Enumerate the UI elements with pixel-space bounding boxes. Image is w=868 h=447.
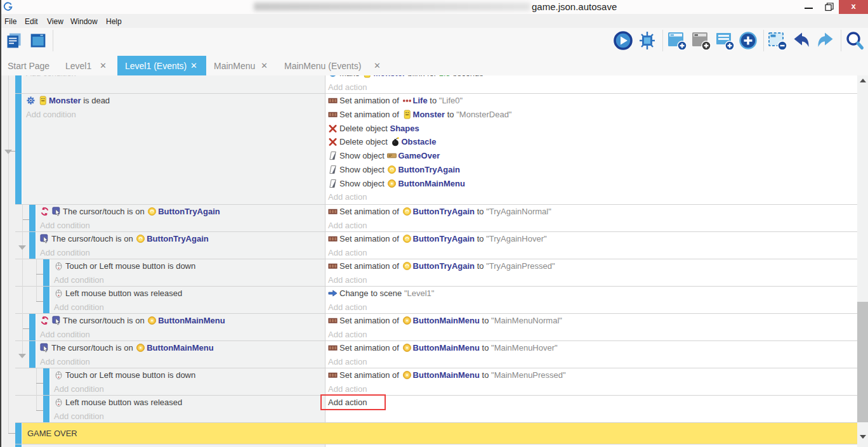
action-text[interactable]: Set animation of Life to "Life0" [326, 94, 857, 108]
add-action-button[interactable]: Add action [326, 246, 857, 260]
event-row[interactable]: The cursor/touch is on ButtonMainMenuAdd… [15, 314, 857, 341]
add-condition-button[interactable]: Add condition [22, 75, 325, 81]
action-text[interactable]: Show object ButtonMainMenu [326, 177, 857, 191]
action-text[interactable]: Set animation of ButtonTryAgain to "TryA… [326, 232, 857, 246]
conditions-cell[interactable]: Monster is deadAdd condition [22, 94, 325, 204]
add-condition-button[interactable]: Add condition [50, 273, 325, 287]
action-text[interactable]: Add action [326, 396, 857, 410]
condition-text[interactable]: Left mouse button was released [50, 287, 325, 301]
condition-text[interactable]: The cursor/touch is on ButtonMainMenu [36, 314, 325, 328]
tab-close-icon[interactable]: ✕ [374, 56, 381, 75]
tab-start-page[interactable]: Start Page [8, 56, 49, 75]
actions-cell[interactable]: Set animation of ButtonTryAgain to "TryA… [326, 259, 857, 286]
tab-close-icon[interactable]: ✕ [100, 56, 107, 75]
menu-edit[interactable]: Edit [25, 14, 38, 28]
actions-cell[interactable] [326, 444, 857, 447]
action-text[interactable]: Show object ButtonTryAgain [326, 163, 857, 177]
add-condition-button[interactable]: Add condition [22, 108, 325, 122]
debug-icon[interactable] [637, 30, 657, 51]
comment-row[interactable]: GAME OVER [15, 423, 857, 444]
action-text[interactable]: Make Monster blink for 1.5 seconds [326, 75, 857, 81]
actions-cell[interactable]: Set animation of Life to "Life0"Set anim… [326, 94, 857, 204]
add-subevent-icon[interactable] [691, 30, 711, 51]
redo-icon[interactable] [815, 30, 836, 51]
action-text[interactable]: Set animation of Monster to "MonsterDead… [326, 108, 857, 122]
event-row[interactable]: The cursor/touch is on ButtonTryAgainAdd… [15, 232, 857, 259]
project-window-icon[interactable] [29, 32, 47, 49]
add-event-icon[interactable] [667, 30, 687, 51]
condition-text[interactable]: Touch or Left mouse button is down [50, 368, 325, 382]
actions-cell[interactable]: Add action [326, 396, 857, 422]
maximize-button[interactable] [820, 0, 839, 14]
event-row[interactable]: Add conditionMake Monster blink for 1.5 … [15, 75, 857, 94]
menu-help[interactable]: Help [106, 14, 122, 28]
action-text[interactable]: Show object GameOver [326, 149, 857, 163]
collapse-arrow[interactable] [4, 150, 12, 154]
add-condition-button[interactable]: Add condition [36, 328, 325, 342]
condition-text[interactable]: The cursor/touch is on ButtonTryAgain [36, 232, 325, 246]
add-action-button[interactable]: Add action [326, 328, 857, 342]
tab-level1-events-[interactable]: Level1 (Events) [125, 56, 187, 75]
action-text[interactable]: Set animation of ButtonTryAgain to "TryA… [326, 259, 857, 273]
menu-file[interactable]: File [4, 14, 16, 28]
action-text[interactable]: Set animation of ButtonTryAgain to "TryA… [326, 205, 857, 219]
event-row[interactable] [15, 444, 857, 447]
event-row[interactable]: The cursor/touch is on ButtonTryAgainAdd… [15, 205, 857, 232]
condition-text[interactable]: The cursor/touch is on ButtonTryAgain [36, 205, 325, 219]
conditions-cell[interactable]: Left mouse button was releasedAdd condit… [49, 396, 325, 422]
conditions-cell[interactable]: The cursor/touch is on ButtonMainMenuAdd… [36, 341, 325, 368]
scroll-down-arrow-icon[interactable] [860, 435, 866, 439]
menu-window[interactable]: Window [70, 14, 98, 28]
add-action-button[interactable]: Add action [326, 301, 857, 314]
add-condition-button[interactable]: Add condition [36, 246, 325, 260]
conditions-cell[interactable]: The cursor/touch is on ButtonMainMenuAdd… [36, 314, 325, 340]
add-comment-icon[interactable] [714, 30, 735, 51]
scroll-up-arrow-icon[interactable] [860, 79, 866, 82]
conditions-cell[interactable]: Touch or Left mouse button is downAdd co… [49, 259, 325, 286]
undo-icon[interactable] [791, 30, 812, 51]
add-action-button[interactable]: Add action [326, 81, 857, 94]
condition-text[interactable]: Touch or Left mouse button is down [50, 259, 325, 273]
tab-mainmenu[interactable]: MainMenu [214, 56, 255, 75]
conditions-cell[interactable]: Touch or Left mouse button is downAdd co… [49, 368, 325, 395]
condition-text[interactable]: The cursor/touch is on ButtonMainMenu [36, 341, 325, 355]
actions-cell[interactable]: Set animation of ButtonMainMenu to "Main… [326, 314, 857, 340]
actions-cell[interactable]: Set animation of ButtonTryAgain to "TryA… [326, 232, 857, 259]
collapse-arrow[interactable] [18, 245, 26, 250]
actions-cell[interactable]: Set animation of ButtonMainMenu to "Main… [326, 341, 857, 368]
collapse-arrow[interactable] [18, 354, 26, 358]
add-circle-icon[interactable] [738, 30, 758, 51]
add-condition-button[interactable]: Add condition [50, 382, 325, 396]
new-scene-icon[interactable] [5, 32, 23, 49]
add-action-button[interactable]: Add action [326, 382, 857, 396]
comment-text[interactable]: GAME OVER [22, 423, 857, 444]
add-action-button[interactable]: Add action [326, 190, 857, 204]
add-condition-button[interactable]: Add condition [50, 301, 325, 314]
actions-cell[interactable]: Set animation of ButtonMainMenu to "Main… [326, 368, 857, 395]
condition-text[interactable]: Monster is dead [22, 94, 325, 108]
close-button[interactable]: x [839, 0, 868, 14]
tab-mainmenu-events-[interactable]: MainMenu (Events) [284, 56, 361, 75]
add-condition-button[interactable]: Add condition [36, 219, 325, 233]
add-action-button[interactable]: Add action [326, 355, 857, 369]
add-action-button[interactable]: Add action [326, 273, 857, 287]
actions-cell[interactable]: Change to scene "Level1"Add action [326, 287, 857, 313]
search-icon[interactable] [845, 30, 865, 51]
conditions-cell[interactable]: The cursor/touch is on ButtonTryAgainAdd… [36, 232, 325, 259]
action-text[interactable]: Set animation of ButtonMainMenu to "Main… [326, 314, 857, 328]
add-condition-button[interactable]: Add condition [36, 355, 325, 369]
conditions-cell[interactable] [22, 444, 325, 447]
conditions-cell[interactable]: The cursor/touch is on ButtonTryAgainAdd… [36, 205, 325, 231]
scrollbar-thumb[interactable] [857, 302, 868, 422]
event-row[interactable]: Touch or Left mouse button is downAdd co… [15, 259, 857, 287]
minimize-button[interactable] [798, 0, 819, 14]
add-condition-button[interactable]: Add condition [50, 410, 325, 424]
actions-cell[interactable]: Make Monster blink for 1.5 secondsAdd ac… [326, 75, 857, 93]
action-text[interactable]: Delete object Shapes [326, 122, 857, 136]
tab-level1[interactable]: Level1 [65, 56, 91, 75]
remove-event-icon[interactable] [767, 30, 787, 51]
condition-text[interactable]: Left mouse button was released [50, 396, 325, 410]
actions-cell[interactable]: Set animation of ButtonTryAgain to "TryA… [326, 205, 857, 231]
action-text[interactable]: Set animation of ButtonMainMenu to "Main… [326, 368, 857, 382]
conditions-cell[interactable]: Add condition [22, 75, 325, 93]
